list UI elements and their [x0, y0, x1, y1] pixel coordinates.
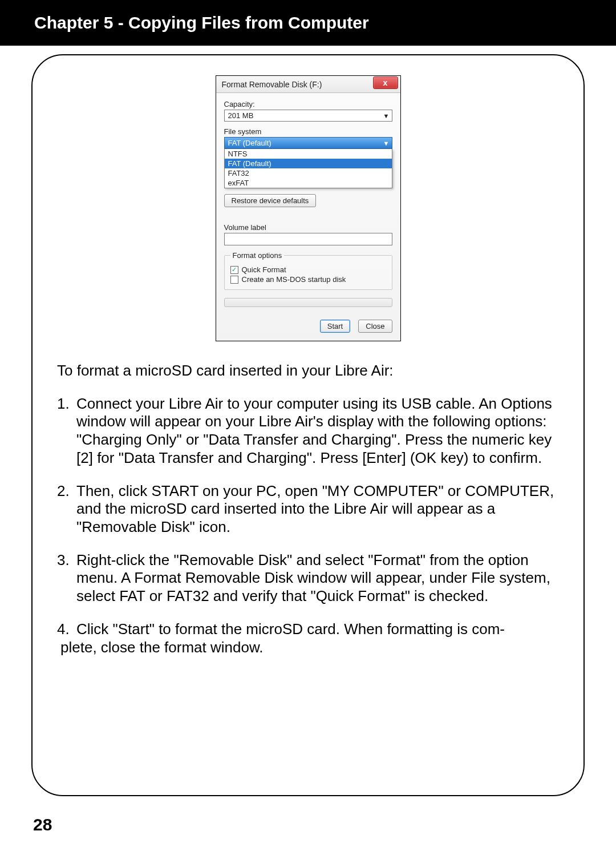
dialog-titlebar: Format Removable Disk (F:) x — [216, 76, 400, 93]
msdos-label: Create an MS-DOS startup disk — [242, 275, 346, 284]
start-button[interactable]: Start — [320, 320, 350, 333]
step-number: 1. — [57, 395, 76, 467]
close-button[interactable]: Close — [358, 320, 392, 333]
step-1: 1. Connect your Libre Air to your comput… — [57, 395, 564, 467]
msdos-checkbox[interactable] — [230, 276, 238, 284]
dialog-body: Capacity: 201 MB ▼ File system FAT (Defa… — [216, 93, 400, 341]
dialog-title: Format Removable Disk (F:) — [222, 80, 322, 89]
quick-format-label: Quick Format — [242, 265, 286, 274]
capacity-value: 201 MB — [228, 111, 254, 120]
quick-format-checkbox[interactable]: ✓ — [230, 266, 238, 274]
document-page: Chapter 5 - Copying Files from Computer … — [0, 0, 616, 843]
fs-option-ntfs[interactable]: NTFS — [225, 149, 392, 159]
fs-option-fat32[interactable]: FAT32 — [225, 168, 392, 178]
filesystem-value: FAT (Default) — [228, 139, 271, 147]
step-text: Right-click the "Removable Disk" and sel… — [76, 551, 564, 606]
step-text-line1: Click "Start" to format the microSD card… — [76, 620, 505, 639]
chevron-down-icon: ▼ — [383, 112, 390, 119]
chapter-header: Chapter 5 - Copying Files from Computer — [0, 0, 616, 46]
step-4: 4. Click "Start" to format the microSD c… — [57, 620, 564, 656]
close-icon[interactable]: x — [373, 76, 398, 89]
step-2: 2. Then, click START on your PC, open "M… — [57, 482, 564, 537]
chevron-down-icon: ▼ — [383, 140, 390, 147]
filesystem-label: File system — [224, 127, 392, 136]
format-dialog: Format Removable Disk (F:) x Capacity: 2… — [216, 75, 401, 341]
instruction-text: To format a microSD card inserted in you… — [47, 362, 569, 656]
step-number: 4. — [57, 620, 76, 639]
progress-bar — [224, 298, 392, 307]
volume-label-input[interactable] — [224, 233, 392, 245]
format-options-group: Format options ✓ Quick Format Create an … — [224, 251, 392, 290]
restore-defaults-button[interactable]: Restore device defaults — [224, 194, 317, 207]
fs-option-fat-default[interactable]: FAT (Default) — [225, 159, 392, 168]
fs-option-exfat[interactable]: exFAT — [225, 178, 392, 188]
chapter-title: Chapter 5 - Copying Files from Computer — [34, 13, 369, 33]
intro-text: To format a microSD card inserted in you… — [57, 362, 564, 380]
step-text: Connect your Libre Air to your computer … — [76, 395, 564, 467]
step-text-rest: plete, close the format window. — [60, 639, 564, 657]
steps-list: 1. Connect your Libre Air to your comput… — [57, 395, 564, 657]
content-frame: Format Removable Disk (F:) x Capacity: 2… — [31, 54, 585, 796]
format-options-legend: Format options — [230, 251, 285, 260]
step-number: 3. — [57, 551, 76, 606]
capacity-label: Capacity: — [224, 100, 392, 108]
dialog-wrapper: Format Removable Disk (F:) x Capacity: 2… — [47, 75, 569, 341]
step-text: Then, click START on your PC, open "MY C… — [76, 482, 564, 537]
volume-label-label: Volume label — [224, 223, 392, 232]
dialog-button-row: Start Close — [224, 320, 392, 333]
step-number: 2. — [57, 482, 76, 537]
filesystem-dropdown-list[interactable]: NTFS FAT (Default) FAT32 exFAT — [224, 149, 392, 188]
filesystem-combo[interactable]: FAT (Default) ▼ — [224, 137, 392, 149]
page-number: 28 — [33, 815, 52, 834]
step-3: 3. Right-click the "Removable Disk" and … — [57, 551, 564, 606]
capacity-combo[interactable]: 201 MB ▼ — [224, 110, 392, 122]
